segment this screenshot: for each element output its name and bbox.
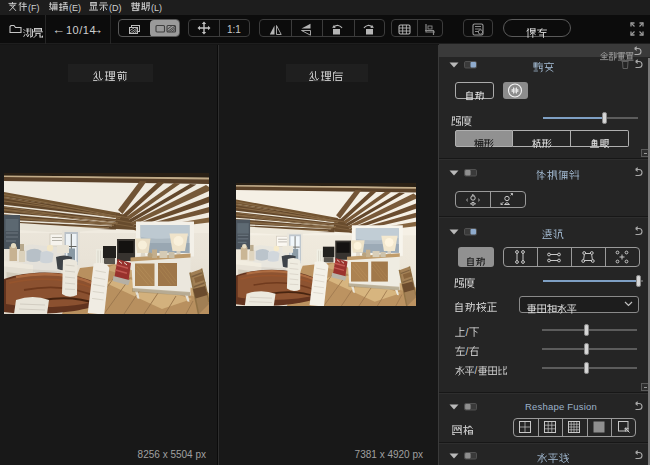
svg-text:/: / [466, 346, 469, 357]
svg-text:/: / [475, 366, 478, 376]
svg-text:/: / [466, 327, 469, 338]
